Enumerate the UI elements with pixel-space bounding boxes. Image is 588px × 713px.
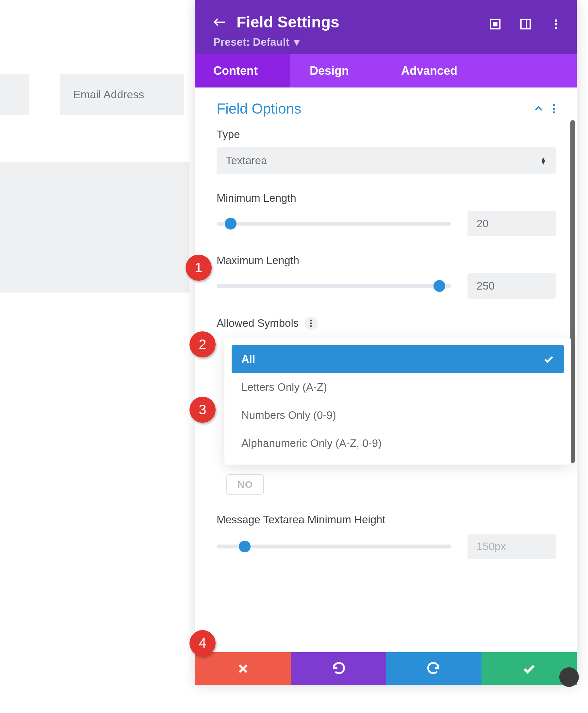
panel-footer [195,652,577,685]
no-toggle[interactable]: NO [226,474,264,495]
layout-icon[interactable] [519,18,532,30]
dd-option-alnum[interactable]: Alphanumeric Only (A-Z, 0-9) [232,429,564,457]
min-length-label: Minimum Length [216,192,556,204]
annotation-marker-1: 1 [186,255,212,281]
min-length-value[interactable]: 20 [467,211,556,236]
email-input[interactable]: Email Address [60,74,184,115]
max-length-label: Maximum Length [216,254,556,267]
svg-point-5 [555,23,557,25]
dd-option-numbers[interactable]: Numbers Only (0-9) [232,401,564,429]
svg-point-11 [310,323,312,324]
msg-min-height-label: Message Textarea Minimum Height [216,513,400,527]
type-select[interactable]: Textarea ▲▼ [216,147,556,174]
field-options-icon[interactable] [304,317,317,330]
dd-option-letters[interactable]: Letters Only (A-Z) [232,373,564,401]
back-icon[interactable] [212,15,227,30]
dd-option-all[interactable]: All [232,345,564,373]
caret-down-icon: ▾ [294,36,299,48]
section-title[interactable]: Field Options [216,101,301,117]
max-length-slider[interactable] [216,284,451,288]
svg-point-9 [553,111,555,114]
tabs-bar: Content Design Advanced [195,54,577,87]
slider-thumb[interactable] [434,280,445,292]
section-more-icon[interactable] [552,103,556,114]
panel-body: Field Options Type Textarea ▲▼ Minimum L… [195,87,577,685]
annotation-marker-3: 3 [189,397,216,423]
svg-rect-1 [493,23,497,26]
svg-point-4 [555,19,557,22]
panel-header: Field Settings Preset: Default ▾ [195,0,577,54]
email-placeholder: Email Address [73,88,144,101]
tab-content[interactable]: Content [195,54,290,87]
msg-min-height-value[interactable]: 150px [467,534,556,559]
settings-panel: Field Settings Preset: Default ▾ Content… [195,0,577,685]
allowed-symbols-dropdown: All Letters Only (A-Z) Numbers Only (0-9… [225,338,571,464]
field-type: Type Textarea ▲▼ [216,128,556,174]
resize-handle[interactable] [559,667,579,687]
fullscreen-icon[interactable] [489,18,501,30]
field-max-length: Maximum Length 250 [216,254,556,299]
slider-thumb[interactable] [239,541,251,553]
type-value: Textarea [226,154,267,167]
field-allowed-symbols: Allowed Symbols All Letters Only (A-Z) N… [216,317,556,495]
field-msg-min-height: Message Textarea Minimum Height 150px [216,513,556,559]
min-length-slider[interactable] [216,222,451,225]
allowed-symbols-label: Allowed Symbols [216,317,556,330]
annotation-marker-4: 4 [189,630,216,656]
undo-button[interactable] [291,652,386,685]
preset-selector[interactable]: Preset: Default ▾ [212,36,561,48]
field-min-length: Minimum Length 20 [216,192,556,236]
sort-icon: ▲▼ [540,157,547,164]
svg-point-10 [310,320,312,321]
tab-design[interactable]: Design [290,54,381,87]
check-icon [543,353,554,365]
bg-textarea-fragment [0,162,189,293]
max-length-value[interactable]: 250 [467,273,556,299]
bg-input-fragment [0,74,29,115]
msg-min-height-slider[interactable] [216,544,451,548]
redo-button[interactable] [386,652,482,685]
type-label: Type [216,128,556,141]
tab-advanced[interactable]: Advanced [381,54,577,87]
preset-label: Preset: Default [213,36,289,48]
svg-rect-2 [521,20,530,29]
svg-point-6 [555,26,557,29]
more-icon[interactable] [550,18,562,30]
panel-title: Field Settings [236,13,339,31]
svg-point-8 [553,108,555,110]
svg-point-7 [553,104,555,106]
svg-point-12 [310,325,312,327]
collapse-icon[interactable] [533,103,544,114]
cancel-button[interactable] [195,652,291,685]
annotation-marker-2: 2 [189,331,216,358]
slider-thumb[interactable] [225,218,236,230]
